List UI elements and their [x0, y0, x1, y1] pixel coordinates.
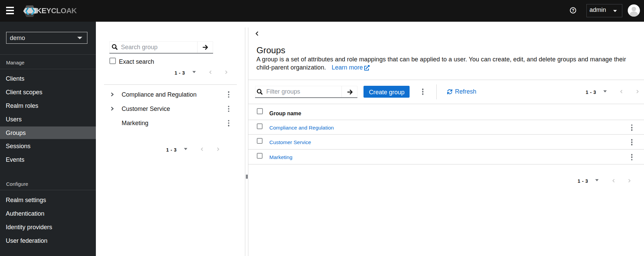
svg-text:?: ?: [572, 8, 575, 13]
